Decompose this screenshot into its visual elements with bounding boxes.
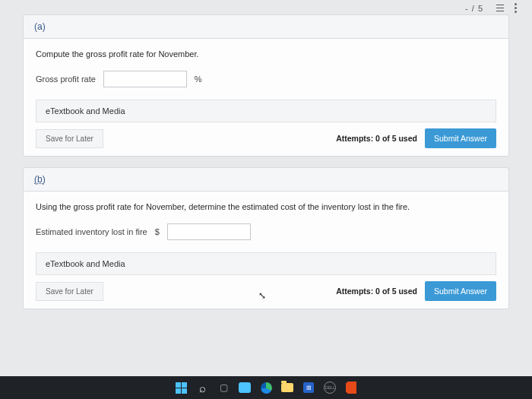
kebab-menu-icon[interactable] [515, 3, 517, 13]
main-content: (a) Compute the gross profit rate for No… [0, 14, 532, 309]
etextbook-link-a[interactable]: eTextbook and Media [36, 100, 496, 122]
attempts-a: Attempts: 0 of 5 used [336, 134, 417, 143]
part-b-question: Using the gross profit rate for November… [36, 202, 496, 211]
search-icon[interactable] [195, 381, 209, 394]
dell-icon[interactable]: DELL [323, 381, 337, 394]
file-explorer-icon[interactable] [280, 381, 294, 394]
windows-start-icon[interactable] [174, 381, 188, 394]
etextbook-link-b[interactable]: eTextbook and Media [36, 252, 496, 275]
windows-taskbar: ⊞ DELL [0, 376, 532, 399]
part-a-footer: Save for Later Attempts: 0 of 5 used Sub… [36, 128, 496, 148]
inventory-lost-label: Estimated inventory lost in fire [36, 227, 147, 236]
chat-icon[interactable] [238, 381, 252, 394]
part-a-input-row: Gross profit rate % [36, 71, 496, 87]
part-a-card: Compute the gross profit rate for Novemb… [23, 38, 509, 157]
inventory-lost-input[interactable] [167, 223, 251, 240]
part-b-card: Using the gross profit rate for November… [23, 191, 509, 309]
attempts-b: Attempts: 0 of 5 used [336, 287, 417, 296]
save-for-later-b[interactable]: Save for Later [36, 282, 103, 301]
edge-browser-icon[interactable] [259, 381, 273, 394]
score-indicator: - / 5 [465, 4, 483, 13]
list-icon[interactable] [494, 5, 504, 12]
gross-profit-label: Gross profit rate [36, 74, 96, 84]
part-a-question: Compute the gross profit rate for Novemb… [36, 49, 496, 59]
office-icon[interactable] [344, 381, 358, 394]
microsoft-store-icon[interactable]: ⊞ [302, 381, 315, 394]
percent-unit: % [195, 74, 202, 84]
currency-symbol: $ [155, 227, 160, 236]
part-b-label: (b) [23, 167, 509, 191]
submit-answer-a[interactable]: Submit Answer [425, 128, 496, 148]
gross-profit-input[interactable] [103, 71, 187, 87]
part-b-footer: Save for Later Attempts: 0 of 5 used Sub… [36, 281, 496, 301]
part-b-input-row: Estimated inventory lost in fire $ [36, 223, 496, 240]
part-a-label: (a) [23, 14, 509, 38]
submit-answer-b[interactable]: Submit Answer [425, 281, 496, 301]
top-toolbar: - / 5 [0, 0, 532, 14]
task-view-icon[interactable] [217, 381, 230, 394]
save-for-later-a[interactable]: Save for Later [36, 129, 103, 148]
